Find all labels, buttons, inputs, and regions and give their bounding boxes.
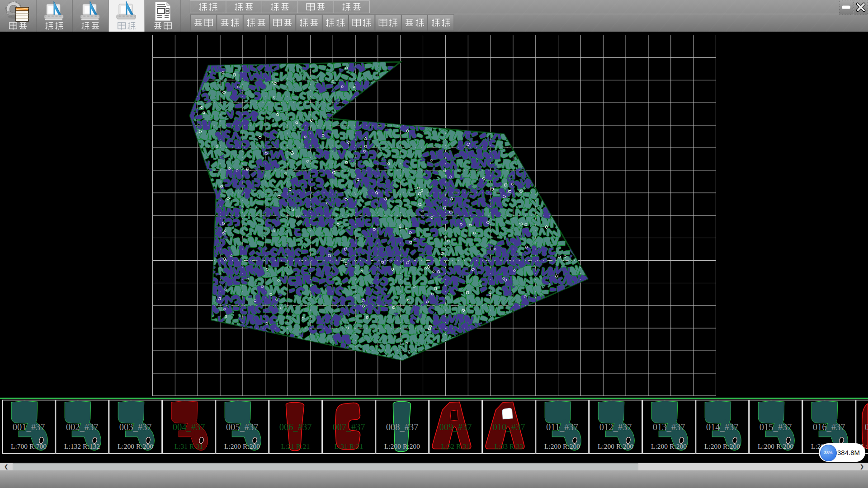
svg-text:004_#37: 004_#37 [173,422,205,432]
svg-text:L:31 R:31: L:31 R:31 [175,442,203,450]
svg-text:L:200 R:200: L:200 R:200 [544,442,580,450]
svg-text:001_#37: 001_#37 [13,422,45,432]
svg-text:L:200 R:200: L:200 R:200 [384,442,420,450]
svg-text:005_#37: 005_#37 [226,422,259,432]
svg-text:012_#37: 012_#37 [599,422,632,432]
svg-text:L:31 R:31: L:31 R:31 [335,442,363,450]
svg-text:L:21 R:21: L:21 R:21 [281,442,310,450]
svg-text:011_#37: 011_#37 [546,422,578,432]
svg-text:002_#37: 002_#37 [66,422,99,432]
svg-text:013_#37: 013_#37 [653,422,685,432]
svg-text:007_#37: 007_#37 [333,422,365,432]
svg-text:003_#37: 003_#37 [119,422,152,432]
svg-text:L:700 R:700: L:700 R:700 [11,442,47,450]
svg-text:L:200 R:200: L:200 R:200 [598,442,633,450]
svg-text:L:200 R:200: L:200 R:200 [651,442,687,450]
svg-text:L:33 R:33: L:33 R:33 [495,442,524,450]
svg-text:014_#37: 014_#37 [706,422,739,432]
svg-text:L:200 R:200: L:200 R:200 [224,442,260,450]
svg-text:016_#37: 016_#37 [813,422,845,432]
svg-text:L:200 R:200: L:200 R:200 [704,442,740,450]
svg-text:0: 0 [864,422,868,432]
svg-text:L:200 R:200: L:200 R:200 [758,442,793,450]
svg-text:L:32 R:31: L:32 R:31 [441,442,470,450]
svg-text:009_#37: 009_#37 [439,422,472,432]
svg-text:008_#37: 008_#37 [386,422,419,432]
svg-text:L:132 R:132: L:132 R:132 [64,442,100,450]
svg-text:L:200 R:200: L:200 R:200 [118,442,153,450]
svg-text:006_#37: 006_#37 [279,422,312,432]
svg-text:015_#37: 015_#37 [760,422,792,432]
svg-text:010_#37: 010_#37 [493,422,525,432]
